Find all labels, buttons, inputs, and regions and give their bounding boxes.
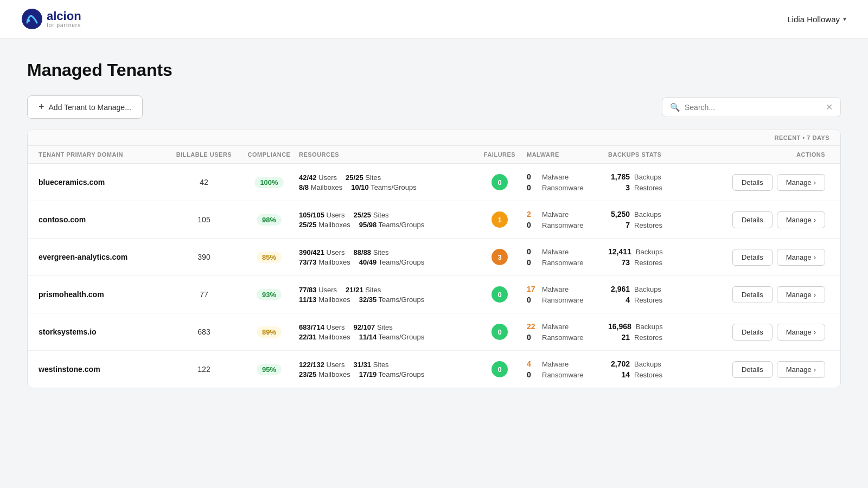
domain-name: prismohealth.com — [39, 290, 104, 299]
resource-mailboxes: 11/13 Mailboxes — [299, 296, 350, 304]
alcion-logo-icon — [22, 9, 42, 29]
details-button[interactable]: Details — [732, 174, 773, 191]
backups-row: 1,785 Backups — [608, 172, 717, 181]
resource-row-2: 23/25 Mailboxes 17/19 Teams/Groups — [299, 370, 473, 378]
svg-point-1 — [27, 19, 30, 22]
logo-text: alcion for partners — [47, 10, 81, 28]
details-button[interactable]: Details — [732, 324, 773, 341]
billable-count: 77 — [200, 290, 208, 299]
ransomware-row: 0 Ransomware — [527, 370, 608, 379]
backups-cell: 2,961 Backups 4 Restores — [608, 285, 717, 304]
failures-cell: 1 — [473, 211, 527, 228]
logo-sub-text: for partners — [47, 22, 81, 28]
domain-name: contoso.com — [39, 215, 86, 224]
backups-row: 12,411 Backups — [608, 247, 717, 256]
failure-badge: 3 — [492, 249, 508, 265]
resource-row-2: 22/31 Mailboxes 11/14 Teams/Groups — [299, 333, 473, 341]
table-row: evergreen-analytics.com 390 85% 390/421 … — [28, 239, 840, 276]
malware-row: 0 Malware — [527, 172, 608, 181]
col-failures: FAILURES — [473, 151, 527, 158]
resource-row-1: 122/132 Users 31/31 Sites — [299, 361, 473, 369]
failures-cell: 3 — [473, 249, 527, 265]
failure-badge: 1 — [492, 211, 508, 228]
domain-cell: prismohealth.com — [39, 290, 169, 299]
compliance-badge: 93% — [257, 289, 282, 300]
table-row: westinstone.com 122 95% 122/132 Users 31… — [28, 351, 840, 388]
col-domain: TENANT PRIMARY DOMAIN — [39, 151, 169, 158]
backups-cell: 16,968 Backups 21 Restores — [608, 322, 717, 342]
restores-count: 21 — [608, 333, 630, 342]
resource-mailboxes: 73/73 Mailboxes — [299, 258, 350, 266]
user-name: Lidia Holloway — [787, 15, 840, 24]
manage-button[interactable]: Manage › — [777, 211, 825, 228]
malware-count: 4 — [527, 359, 538, 368]
billable-cell: 77 — [169, 290, 239, 299]
resource-row-1: 105/105 Users 25/25 Sites — [299, 211, 473, 219]
resource-sites: 31/31 Sites — [354, 361, 389, 369]
restores-count: 14 — [608, 370, 630, 379]
compliance-cell: 98% — [239, 214, 299, 226]
actions-cell: Details Manage › — [717, 174, 825, 191]
malware-count: 17 — [527, 285, 538, 293]
resource-row-1: 77/83 Users 21/21 Sites — [299, 286, 473, 294]
manage-button[interactable]: Manage › — [777, 324, 825, 341]
add-tenant-button[interactable]: + Add Tenant to Manage... — [27, 95, 143, 119]
resource-users: 77/83 Users — [299, 286, 337, 294]
billable-cell: 105 — [169, 215, 239, 224]
failures-cell: 0 — [473, 174, 527, 190]
actions-cell: Details Manage › — [717, 286, 825, 303]
malware-label: Malware — [542, 323, 569, 331]
user-menu[interactable]: Lidia Holloway ▾ — [787, 15, 846, 24]
billable-cell: 683 — [169, 327, 239, 337]
compliance-badge: 89% — [257, 326, 282, 338]
restores-label: Restores — [634, 371, 662, 379]
tenants-table: RECENT • 7 DAYS TENANT PRIMARY DOMAIN BI… — [27, 130, 841, 388]
manage-button[interactable]: Manage › — [777, 249, 825, 266]
resource-teams: 95/98 Teams/Groups — [359, 221, 424, 229]
search-input[interactable] — [685, 103, 821, 112]
actions-cell: Details Manage › — [717, 211, 825, 228]
resource-users: 105/105 Users — [299, 211, 345, 219]
resource-teams: 10/10 Teams/Groups — [351, 183, 416, 191]
compliance-badge: 98% — [257, 214, 282, 226]
domain-cell: westinstone.com — [39, 364, 169, 374]
resource-mailboxes: 8/8 Mailboxes — [299, 183, 342, 191]
malware-cell: 0 Malware 0 Ransomware — [527, 247, 608, 267]
resource-mailboxes: 23/25 Mailboxes — [299, 370, 350, 378]
actions-cell: Details Manage › — [717, 361, 825, 378]
malware-row: 0 Malware — [527, 247, 608, 256]
manage-button[interactable]: Manage › — [777, 361, 825, 378]
ransomware-label: Ransomware — [542, 296, 584, 304]
details-button[interactable]: Details — [732, 211, 773, 228]
resource-mailboxes: 22/31 Mailboxes — [299, 333, 350, 341]
backups-count: 1,785 — [608, 172, 630, 181]
billable-count: 390 — [197, 253, 210, 261]
ransomware-count: 0 — [527, 370, 538, 379]
backups-label: Backups — [636, 248, 663, 256]
resources-cell: 683/714 Users 92/107 Sites 22/31 Mailbox… — [299, 323, 473, 341]
manage-button[interactable]: Manage › — [777, 286, 825, 303]
search-clear-icon[interactable]: ✕ — [826, 102, 833, 112]
details-button[interactable]: Details — [732, 249, 773, 266]
actions-cell: Details Manage › — [717, 249, 825, 266]
domain-name: westinstone.com — [39, 365, 100, 374]
compliance-badge: 85% — [257, 252, 282, 263]
malware-row: 4 Malware — [527, 359, 608, 368]
manage-arrow-icon: › — [814, 291, 816, 299]
malware-count: 0 — [527, 247, 538, 256]
plus-icon: + — [39, 101, 44, 113]
malware-cell: 4 Malware 0 Ransomware — [527, 359, 608, 379]
ransomware-row: 0 Ransomware — [527, 183, 608, 192]
ransomware-label: Ransomware — [542, 259, 584, 267]
billable-count: 105 — [197, 215, 210, 224]
malware-cell: 22 Malware 0 Ransomware — [527, 322, 608, 342]
details-button[interactable]: Details — [732, 286, 773, 303]
details-button[interactable]: Details — [732, 361, 773, 378]
malware-label: Malware — [542, 248, 569, 256]
resource-users: 683/714 Users — [299, 323, 345, 331]
backups-row: 2,961 Backups — [608, 285, 717, 293]
restores-row: 4 Restores — [608, 296, 717, 304]
resource-sites: 88/88 Sites — [354, 248, 389, 256]
manage-button[interactable]: Manage › — [777, 174, 825, 191]
resources-cell: 77/83 Users 21/21 Sites 11/13 Mailboxes … — [299, 286, 473, 304]
